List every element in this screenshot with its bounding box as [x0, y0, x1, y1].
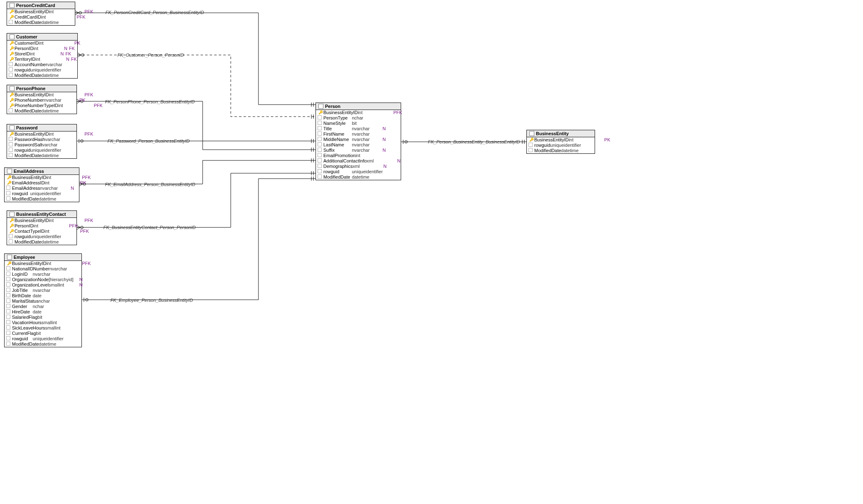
- entity-emailaddress[interactable]: EmailAddress🔑BusinessEntityIDintPFK🔑Emai…: [4, 167, 79, 202]
- column-row[interactable]: HireDatedate: [5, 309, 81, 315]
- column-row[interactable]: 🔑PhoneNumberTypeIDintPFK: [7, 103, 76, 108]
- column-row[interactable]: SuffixnvarcharN: [316, 148, 401, 153]
- column-row[interactable]: rowguiduniqueidentifier: [7, 148, 76, 153]
- column-row[interactable]: ModifiedDatedatetime: [7, 239, 76, 245]
- column-name: ModifiedDate: [12, 196, 39, 202]
- column-name: ModifiedDate: [323, 174, 352, 180]
- column-row[interactable]: 🔑BusinessEntityIDintPFK: [5, 175, 79, 180]
- column-type: datetime: [39, 342, 68, 347]
- column-row[interactable]: EmailPromotionint: [316, 153, 401, 158]
- entity-name: PersonCreditCard: [16, 3, 55, 8]
- column-type: nvarchar: [352, 137, 381, 142]
- column-row[interactable]: 🔑PhoneNumbernvarcharPK: [7, 98, 76, 103]
- column-type: nvarchar: [33, 288, 62, 293]
- key-icon: 🔑: [9, 14, 14, 20]
- entity-header[interactable]: EmailAddress: [5, 168, 79, 175]
- column-row[interactable]: NationalIDNumbernvarchar: [5, 266, 81, 272]
- column-icon: [318, 164, 323, 169]
- column-row[interactable]: 🔑BusinessEntityIDintPK: [527, 137, 595, 143]
- column-row[interactable]: SalariedFlagbit: [5, 315, 81, 320]
- column-row[interactable]: OrganizationNode[hierarchyid]N: [5, 277, 81, 282]
- column-row[interactable]: 🔑BusinessEntityIDintPFK: [7, 131, 76, 137]
- entity-personphone[interactable]: PersonPhone🔑BusinessEntityIDintPFK🔑Phone…: [7, 85, 77, 114]
- column-type: nvarchar: [49, 266, 78, 272]
- column-row[interactable]: 🔑PersonIDintNFK: [7, 46, 77, 51]
- column-row[interactable]: PasswordSaltvarchar: [7, 142, 76, 148]
- column-row[interactable]: 🔑BusinessEntityIDintPFK: [5, 261, 81, 266]
- entity-personcreditcard[interactable]: PersonCreditCard🔑BusinessEntityIDintPFK🔑…: [7, 2, 75, 26]
- column-row[interactable]: ModifiedDatedatetime: [7, 108, 76, 114]
- column-row[interactable]: MiddleNamenvarcharN: [316, 137, 401, 142]
- column-row[interactable]: rowguiduniqueidentifier: [527, 143, 595, 148]
- column-row[interactable]: 🔑PersonIDintPFK: [7, 223, 76, 229]
- column-row[interactable]: AdditionalContactInfoxmlN: [316, 158, 401, 164]
- column-nullable: N: [381, 148, 387, 153]
- column-row[interactable]: ModifiedDatedatetime: [5, 342, 81, 347]
- column-row[interactable]: 🔑BusinessEntityIDintPFK: [7, 92, 76, 98]
- column-row[interactable]: rowguiduniqueidentifier: [7, 234, 76, 239]
- column-row[interactable]: 🔑BusinessEntityIDintPFK: [7, 9, 75, 14]
- entity-header[interactable]: Employee: [5, 254, 81, 261]
- column-icon: [318, 153, 323, 158]
- column-row[interactable]: 🔑CustomerIDintPK: [7, 41, 77, 46]
- column-row[interactable]: 🔑StoreIDintNFK: [7, 51, 77, 57]
- column-row[interactable]: ModifiedDatedatetime: [7, 20, 75, 25]
- column-row[interactable]: TitlenvarcharN: [316, 126, 401, 131]
- column-row[interactable]: rowguiduniqueidentifier: [7, 67, 77, 73]
- entity-header[interactable]: Password: [7, 124, 76, 131]
- entity-businessentitycontact[interactable]: BusinessEntityContact🔑BusinessEntityIDin…: [7, 210, 77, 245]
- column-row[interactable]: EmailAddressnvarcharN: [5, 186, 79, 191]
- column-row[interactable]: FirstNamenvarchar: [316, 131, 401, 137]
- column-row[interactable]: PersonTypenchar: [316, 115, 401, 121]
- column-type: nchar: [352, 115, 381, 121]
- column-row[interactable]: LoginIDnvarchar: [5, 272, 81, 277]
- column-row[interactable]: BirthDatedate: [5, 293, 81, 299]
- column-row[interactable]: JobTitlenvarchar: [5, 288, 81, 293]
- column-row[interactable]: ModifiedDatedatetime: [5, 196, 79, 202]
- entity-header[interactable]: PersonCreditCard: [7, 2, 75, 9]
- column-row[interactable]: DemographicsxmlN: [316, 164, 401, 169]
- column-nullable: N: [65, 57, 71, 62]
- entity-businessentity[interactable]: BusinessEntity🔑BusinessEntityIDintPKrowg…: [526, 130, 595, 154]
- column-row[interactable]: SickLeaveHourssmallint: [5, 325, 81, 331]
- column-icon: [528, 148, 534, 153]
- entity-header[interactable]: PersonPhone: [7, 85, 76, 92]
- column-row[interactable]: rowguiduniqueidentifier: [5, 191, 79, 196]
- column-row[interactable]: AccountNumbervarchar: [7, 62, 77, 67]
- entity-employee[interactable]: Employee🔑BusinessEntityIDintPFKNationalI…: [4, 253, 82, 347]
- entity-header[interactable]: BusinessEntity: [527, 130, 595, 137]
- entity-header[interactable]: Customer: [7, 33, 77, 41]
- column-row[interactable]: rowguiduniqueidentifier: [5, 336, 81, 342]
- column-icon: [318, 115, 323, 121]
- column-icon: [6, 342, 12, 347]
- entity-header[interactable]: Person: [316, 103, 401, 110]
- entity-person[interactable]: Person🔑BusinessEntityIDintPFKPersonTypen…: [316, 103, 401, 180]
- column-row[interactable]: VacationHourssmallint: [5, 320, 81, 325]
- column-row[interactable]: OrganizationLevelsmallintN: [5, 282, 81, 288]
- column-row[interactable]: 🔑BusinessEntityIDintPFK: [316, 110, 401, 115]
- column-row[interactable]: LastNamenvarchar: [316, 142, 401, 148]
- column-row[interactable]: ModifiedDatedatetime: [7, 73, 77, 78]
- column-row[interactable]: 🔑EmailAddressIDintPK: [5, 180, 79, 186]
- column-nullable: N: [62, 46, 69, 51]
- column-row[interactable]: NameStylebit: [316, 121, 401, 126]
- column-row[interactable]: 🔑TerritoryIDintNFK: [7, 57, 77, 62]
- column-row[interactable]: rowguiduniqueidentifier: [316, 169, 401, 174]
- column-row[interactable]: 🔑BusinessEntityIDintPFK: [7, 218, 76, 223]
- column-type: uniqueidentifier: [31, 234, 60, 239]
- entity-customer[interactable]: Customer🔑CustomerIDintPK🔑PersonIDintNFK🔑…: [7, 33, 78, 79]
- column-row[interactable]: ModifiedDatedatetime: [316, 174, 401, 180]
- column-row[interactable]: Gendernchar: [5, 304, 81, 309]
- column-row[interactable]: 🔑CreditCardIDintPFK: [7, 14, 75, 20]
- column-row[interactable]: CurrentFlagbit: [5, 331, 81, 336]
- column-row[interactable]: ModifiedDatedatetime: [527, 148, 595, 153]
- relationship-label: FK_Employee_Person_BusinessEntityID: [110, 298, 193, 303]
- column-type: int: [46, 175, 75, 180]
- column-row[interactable]: MaritalStatusnchar: [5, 299, 81, 304]
- entity-password[interactable]: Password🔑BusinessEntityIDintPFKPasswordH…: [7, 124, 77, 159]
- entity-header[interactable]: BusinessEntityContact: [7, 211, 76, 218]
- column-row[interactable]: ModifiedDatedatetime: [7, 153, 76, 158]
- column-icon: [6, 293, 12, 299]
- column-row[interactable]: PasswordHashvarchar: [7, 137, 76, 142]
- column-row[interactable]: 🔑ContactTypeIDintPFK: [7, 229, 76, 234]
